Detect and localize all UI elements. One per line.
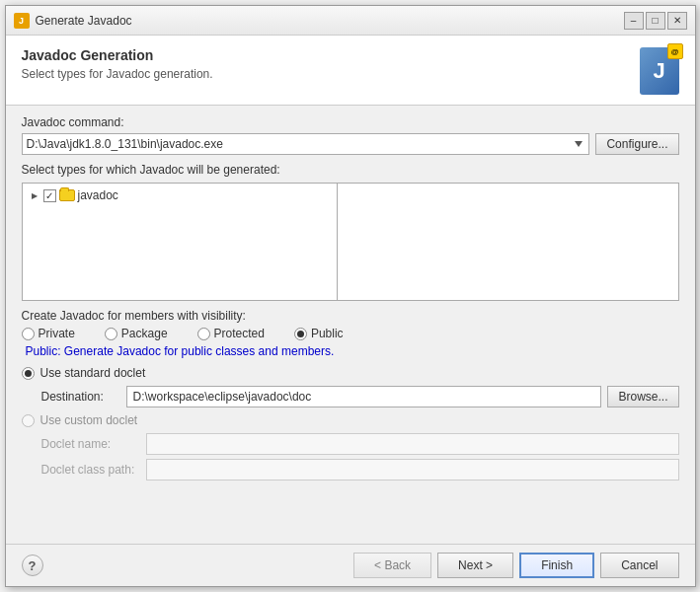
header-icon-corner: @ — [667, 43, 683, 59]
visibility-label: Create Javadoc for members with visibili… — [22, 309, 679, 323]
header-icon: J @ — [632, 47, 679, 95]
back-button[interactable]: < Back — [353, 553, 431, 578]
destination-label: Destination: — [41, 390, 120, 404]
tree-item-label: javadoc — [78, 188, 118, 202]
tree-panel[interactable]: ▶ ✓ javadoc — [22, 183, 338, 301]
visibility-info-text: Public: Generate Javadoc for public clas… — [22, 344, 679, 358]
title-bar-text: Generate Javadoc — [36, 14, 132, 28]
right-panel — [338, 183, 679, 301]
dialog: J Generate Javadoc – □ ✕ Javadoc Generat… — [5, 5, 696, 587]
destination-input[interactable] — [126, 386, 602, 407]
tree-checkbox[interactable]: ✓ — [43, 189, 56, 202]
javadoc-command-select[interactable]: D:\Java\jdk1.8.0_131\bin\javadoc.exe — [22, 133, 590, 155]
radio-private[interactable]: Private — [22, 327, 75, 340]
dialog-icon: J — [14, 13, 30, 29]
visibility-section: Create Javadoc for members with visibili… — [22, 309, 679, 358]
javadoc-command-label: Javadoc command: — [22, 115, 679, 129]
doclet-classpath-label: Doclet class path: — [41, 463, 140, 477]
title-bar: J Generate Javadoc – □ ✕ — [6, 6, 695, 36]
custom-doclet-radio-row[interactable]: Use custom doclet — [22, 413, 679, 427]
custom-doclet-label: Use custom doclet — [40, 413, 138, 427]
custom-doclet-radio[interactable] — [22, 414, 35, 427]
radio-row: Private Package Protected Public — [22, 327, 679, 340]
radio-public-label: Public — [311, 327, 344, 340]
folder-icon — [59, 189, 75, 201]
standard-doclet-radio-row[interactable]: Use standard doclet — [22, 366, 679, 380]
destination-row: Destination: Browse... — [41, 386, 679, 407]
footer-left: ? — [22, 555, 43, 576]
header-section: Javadoc Generation Select types for Java… — [6, 36, 695, 106]
radio-package-label: Package — [121, 327, 168, 340]
footer-buttons: < Back Next > Finish Cancel — [353, 553, 678, 578]
select-types-row: Select types for which Javadoc will be g… — [22, 163, 679, 301]
select-types-label: Select types for which Javadoc will be g… — [22, 163, 679, 177]
footer: ? < Back Next > Finish Cancel — [6, 544, 695, 586]
tree-item-javadoc[interactable]: ▶ ✓ javadoc — [27, 187, 333, 203]
tree-container: ▶ ✓ javadoc — [22, 183, 679, 301]
close-button[interactable]: ✕ — [667, 12, 687, 30]
maximize-button[interactable]: □ — [646, 12, 665, 30]
destination-browse-button[interactable]: Browse... — [607, 386, 678, 407]
header-title: Javadoc Generation — [22, 47, 213, 63]
header-text: Javadoc Generation Select types for Java… — [22, 47, 213, 81]
header-subtitle: Select types for Javadoc generation. — [22, 67, 213, 81]
custom-doclet-section: Use custom doclet Doclet name: Doclet cl… — [22, 413, 679, 481]
next-button[interactable]: Next > — [437, 553, 513, 578]
radio-package[interactable]: Package — [105, 327, 168, 340]
finish-button[interactable]: Finish — [519, 553, 594, 578]
tree-expand-arrow[interactable]: ▶ — [29, 189, 40, 201]
configure-button[interactable]: Configure... — [595, 133, 678, 155]
radio-package-circle[interactable] — [105, 328, 117, 340]
standard-doclet-radio[interactable] — [22, 367, 35, 380]
title-bar-left: J Generate Javadoc — [14, 13, 132, 29]
radio-public[interactable]: Public — [294, 327, 344, 340]
help-button[interactable]: ? — [22, 555, 43, 576]
cancel-button[interactable]: Cancel — [600, 553, 678, 578]
doclet-name-row: Doclet name: — [41, 433, 679, 455]
radio-protected-circle[interactable] — [197, 328, 210, 340]
radio-protected-label: Protected — [214, 327, 265, 340]
radio-private-label: Private — [39, 327, 75, 340]
radio-private-circle[interactable] — [22, 328, 35, 340]
title-bar-controls: – □ ✕ — [624, 12, 687, 30]
doclet-classpath-input[interactable] — [146, 459, 679, 481]
javadoc-command-row: Javadoc command: D:\Java\jdk1.8.0_131\bi… — [22, 115, 679, 155]
doclet-classpath-row: Doclet class path: — [41, 459, 679, 481]
doclet-name-label: Doclet name: — [41, 437, 140, 451]
minimize-button[interactable]: – — [624, 12, 644, 30]
content: Javadoc command: D:\Java\jdk1.8.0_131\bi… — [6, 106, 695, 544]
radio-public-circle[interactable] — [294, 328, 307, 340]
javadoc-command-input-row: D:\Java\jdk1.8.0_131\bin\javadoc.exe Con… — [22, 133, 679, 155]
doclet-name-input[interactable] — [146, 433, 679, 455]
standard-doclet-section: Use standard doclet Destination: Browse.… — [22, 366, 679, 407]
standard-doclet-label: Use standard doclet — [40, 366, 146, 380]
radio-protected[interactable]: Protected — [197, 327, 265, 340]
